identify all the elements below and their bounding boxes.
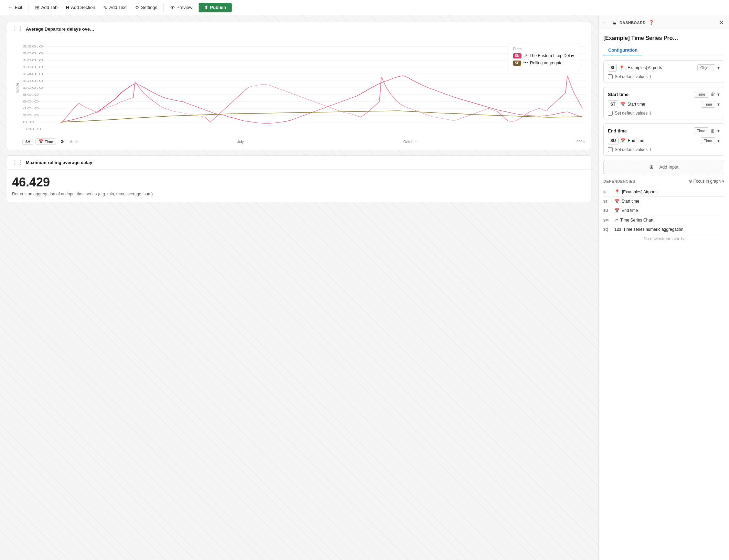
chart-svg-1: 220.0 200.0 180.0 160.0 140.0 120.0 100.… <box>22 40 586 136</box>
end-time-delete-btn[interactable]: 🗑 <box>710 128 715 133</box>
airports-type-btn[interactable]: Obje… <box>697 64 715 71</box>
svg-text:100.0: 100.0 <box>22 86 43 89</box>
dep-var-i: $I <box>603 190 612 194</box>
start-time-default-checkbox[interactable] <box>608 111 613 116</box>
input-section-start-time: Start time Time 🗑 ▾ $T 📅 Start time Time… <box>603 87 724 119</box>
svg-text:0.0: 0.0 <box>22 120 34 124</box>
dep-icon-teal: 📍 <box>614 189 620 194</box>
start-time-info-icon: ℹ <box>649 111 651 116</box>
focus-in-graph-button[interactable]: ⊙ Focus in graph ▾ <box>689 179 724 184</box>
add-input-icon: ⊕ <box>649 164 654 170</box>
chart-1-title: Average Departure delays ove… <box>26 26 94 32</box>
end-time-inner-expand-btn[interactable]: ▾ <box>717 138 720 143</box>
dep-item-numeric-agg: $Q 123 Time series numeric aggregation <box>603 225 724 234</box>
start-time-delete-btn[interactable]: 🗑 <box>710 91 715 97</box>
add-input-button[interactable]: ⊕ + Add Input <box>603 160 724 174</box>
x-label-october: October <box>403 140 417 144</box>
drag-handle-1[interactable]: ⋮⋮ <box>12 26 23 32</box>
legend-label-sn: The Eastern I...ep Delay <box>530 53 574 58</box>
legend-item-sp: SP 〜 Rolling aggregate <box>513 60 574 66</box>
x-axis-time-label: Time <box>45 140 53 144</box>
dep-var-u: $U <box>603 208 612 213</box>
start-time-default-row: Set default values ℹ <box>608 111 720 116</box>
chart-legend: Plots SN ↗ The Eastern I...ep Delay SP 〜… <box>508 43 579 71</box>
start-time-var-pill: $T <box>608 100 618 108</box>
add-text-button[interactable]: ✎ Add Text <box>100 3 130 12</box>
drag-handle-2[interactable]: ⋮⋮ <box>12 159 23 166</box>
dep-item-time-series-chart: $M ↗ Time Series Chart <box>603 215 724 225</box>
exit-icon: ← <box>8 4 13 11</box>
start-time-default-label: Set default values <box>615 111 647 116</box>
dep-icon-calendar-t: 📅 <box>614 199 620 204</box>
metric-card: ⋮⋮ Maximum rolling average delay 46.429 … <box>7 155 591 202</box>
x-axis-var-pill: $H <box>22 139 33 145</box>
start-time-expand-btn[interactable]: ▾ <box>717 91 720 97</box>
dep-name-airports: [Examples] Airports <box>622 190 724 194</box>
dep-icon-calendar-u: 📅 <box>614 208 620 213</box>
add-section-button[interactable]: H Add Section <box>62 3 98 12</box>
add-tab-label: Add Tab <box>41 5 57 10</box>
dep-var-t: $T <box>603 199 612 203</box>
end-time-type-btn[interactable]: Time <box>694 127 708 134</box>
airports-expand-btn[interactable]: ▾ <box>717 65 720 71</box>
panel-help-button[interactable]: ❓ <box>648 20 654 25</box>
end-time-var: $U <box>611 138 616 143</box>
start-time-inner-expand-btn[interactable]: ▾ <box>717 101 720 107</box>
airports-default-checkbox[interactable] <box>608 74 613 79</box>
airports-info-icon: ℹ <box>649 74 651 79</box>
teal-pin-icon: 📍 <box>619 65 624 71</box>
legend-title: Plots <box>513 47 574 51</box>
metric-card-title: Maximum rolling average delay <box>26 160 92 165</box>
legend-item-sn: SN ↗ The Eastern I...ep Delay <box>513 53 574 58</box>
end-time-section-title: End time Time 🗑 ▾ <box>608 127 720 134</box>
svg-text:20.0: 20.0 <box>22 114 39 117</box>
legend-label-sp: Rolling aggregate <box>530 61 562 65</box>
dependencies-header: DEPENDENCIES ⊙ Focus in graph ▾ <box>603 179 724 184</box>
input-section-airports: $I 📍 [Examples] Airports Obje… ▾ Set def… <box>603 60 724 83</box>
dep-var-m: $M <box>603 218 612 222</box>
airports-var: $I <box>611 65 614 70</box>
x-var: $H <box>25 140 30 144</box>
settings-label: Settings <box>141 5 157 10</box>
focus-label: Focus in graph <box>694 179 721 184</box>
preview-button[interactable]: 👁 Preview <box>167 3 196 12</box>
add-input-label: + Add Input <box>656 164 678 170</box>
end-time-default-checkbox[interactable] <box>608 147 613 152</box>
dep-name-time-series-chart: Time Series Chart <box>620 218 724 223</box>
add-text-label: Add Text <box>109 5 126 10</box>
publish-button[interactable]: ⬆ Publish <box>199 3 232 12</box>
end-time-inner-type-btn[interactable]: Time <box>701 137 715 144</box>
dep-icon-linechart: ↗ <box>614 217 618 223</box>
x-axis-labels: April July October 2024 <box>68 140 586 144</box>
exit-button[interactable]: ← Exit <box>4 2 26 13</box>
x-axis-settings-btn[interactable]: ⚙ <box>58 138 66 145</box>
add-tab-button[interactable]: ⊞ Add Tab <box>32 2 61 13</box>
add-tab-icon: ⊞ <box>35 4 40 11</box>
panel-close-button[interactable]: ✕ <box>719 19 724 26</box>
settings-button[interactable]: ⚙ Settings <box>131 3 161 12</box>
panel-back-button[interactable]: ← <box>603 20 609 26</box>
end-time-expand-btn[interactable]: ▾ <box>717 128 720 133</box>
dependencies-list: $I 📍 [Examples] Airports $T 📅 Start time… <box>603 187 724 243</box>
panel-header: ← 🖥 DASHBOARD ❓ ✕ <box>599 15 729 30</box>
dep-name-start-time: Start time <box>622 199 724 204</box>
calendar-icon: 📅 <box>39 139 43 144</box>
preview-label: Preview <box>177 5 192 10</box>
main-layout: ⋮⋮ Average Departure delays ove… minute … <box>0 15 729 560</box>
svg-text:120.0: 120.0 <box>22 79 43 83</box>
start-time-type-btn[interactable]: Time <box>694 91 708 98</box>
dep-item-start-time: $T 📅 Start time <box>603 197 724 206</box>
start-time-calendar-icon: 📅 <box>620 102 625 107</box>
dep-up-arrow-btn[interactable]: ↑ <box>599 208 600 213</box>
tab-configuration[interactable]: Configuration <box>603 45 642 55</box>
svg-text:200.0: 200.0 <box>22 52 43 55</box>
end-time-info-icon: ℹ <box>649 147 651 152</box>
divider-2 <box>163 3 164 12</box>
start-time-inner-type-btn[interactable]: Time <box>701 101 715 108</box>
right-panel: ← 🖥 DASHBOARD ❓ ✕ [Example] Time Series … <box>598 15 729 560</box>
svg-text:140.0: 140.0 <box>22 72 43 76</box>
x-label-2024: 2024 <box>577 140 585 144</box>
svg-text:160.0: 160.0 <box>22 65 43 69</box>
panel-header-left: ← 🖥 DASHBOARD ❓ <box>603 20 654 26</box>
metric-card-header: ⋮⋮ Maximum rolling average delay <box>7 156 591 170</box>
